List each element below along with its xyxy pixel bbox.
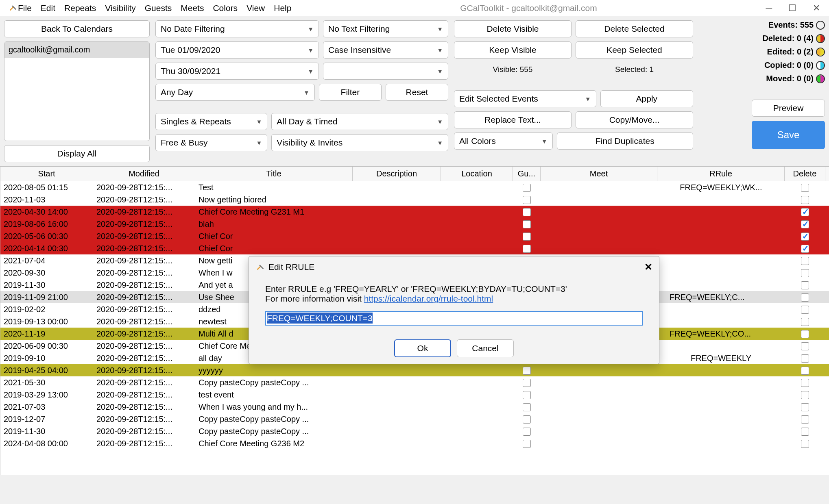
table-row[interactable]: 2020-08-05 01:152020-09-28T12:15:...Test… [0, 181, 829, 193]
cell-delete[interactable] [785, 341, 825, 352]
display-all-button[interactable]: Display All [4, 145, 150, 162]
cell-delete[interactable] [785, 426, 825, 437]
table-row[interactable]: 2020-04-30 14:002020-09-28T12:15:...Chie… [0, 206, 829, 218]
table-row[interactable]: 2020-04-14 00:302020-09-28T12:15:...Chie… [0, 242, 829, 254]
date-filter-select[interactable]: No Date Filtering▼ [155, 20, 319, 37]
keep-selected-button[interactable]: Keep Selected [576, 41, 693, 59]
cell-delete[interactable] [785, 219, 825, 230]
cell-delete[interactable] [785, 353, 825, 364]
text-filter-select[interactable]: No Text Filtering▼ [323, 20, 448, 37]
col-guests[interactable]: Gu... [513, 167, 541, 181]
cell-guests[interactable] [513, 243, 541, 254]
cell-delete[interactable] [785, 194, 825, 205]
preview-button[interactable]: Preview [752, 100, 825, 117]
col-description[interactable]: Description [353, 167, 441, 181]
cell-guests[interactable] [513, 194, 541, 205]
case-select[interactable]: Case Insensitive▼ [323, 41, 448, 59]
table-row[interactable]: 2021-05-302020-09-28T12:15:...Copy paste… [0, 376, 829, 389]
cell-guests[interactable] [513, 402, 541, 413]
cell-guests[interactable] [513, 365, 541, 376]
keep-visible-button[interactable]: Keep Visible [454, 41, 572, 59]
cell-guests[interactable] [513, 219, 541, 230]
cell-delete[interactable] [785, 267, 825, 278]
cell-guests[interactable] [513, 182, 541, 193]
table-row[interactable]: 2019-03-29 13:002020-09-28T12:15:...test… [0, 389, 829, 401]
col-start[interactable]: Start [0, 167, 93, 181]
cell-guests[interactable] [513, 426, 541, 437]
cell-delete[interactable] [785, 243, 825, 254]
text-value-select[interactable]: ▼ [323, 63, 448, 80]
cell-delete[interactable] [785, 255, 825, 266]
cell-delete[interactable] [785, 365, 825, 376]
find-duplicates-button[interactable]: Find Duplicates [557, 133, 693, 150]
calendar-item[interactable]: gcaltoolkit@gmail.com [4, 42, 149, 58]
cell-delete[interactable] [785, 206, 825, 217]
cell-guests[interactable] [513, 377, 541, 388]
delete-selected-button[interactable]: Delete Selected [576, 20, 693, 37]
free-busy-select[interactable]: Free & Busy▼ [155, 134, 267, 151]
back-to-calendars-button[interactable]: Back To Calendars [4, 20, 150, 37]
cell-delete[interactable] [785, 328, 825, 339]
copy-move-button[interactable]: Copy/Move... [576, 111, 693, 128]
cell-delete[interactable] [785, 304, 825, 315]
cell-delete[interactable] [785, 414, 825, 425]
start-date-select[interactable]: Tue 01/09/2020▼ [155, 41, 319, 59]
rrule-help-link[interactable]: https://icalendar.org/rrule-tool.html [364, 294, 493, 303]
filter-button[interactable]: Filter [319, 84, 382, 101]
menu-repeats[interactable]: Repeats [64, 3, 96, 13]
menu-view[interactable]: View [247, 3, 265, 13]
cell-delete[interactable] [785, 402, 825, 413]
cell-guests[interactable] [513, 438, 541, 449]
col-meet[interactable]: Meet [541, 167, 657, 181]
table-row[interactable]: 2021-07-032020-09-28T12:15:...When I was… [0, 401, 829, 413]
reset-button[interactable]: Reset [386, 84, 448, 101]
apply-button[interactable]: Apply [600, 90, 693, 107]
save-button[interactable]: Save [752, 121, 825, 149]
any-day-select[interactable]: Any Day▼ [155, 84, 315, 101]
menu-edit[interactable]: Edit [41, 3, 55, 13]
col-rrule[interactable]: RRule [657, 167, 785, 181]
edit-selected-select[interactable]: Edit Selected Events▼ [454, 90, 596, 107]
rrule-input[interactable]: FREQ=WEEKLY;COUNT=3 [265, 311, 643, 326]
cell-guests[interactable] [513, 231, 541, 242]
visibility-invites-select[interactable]: Visibility & Invites▼ [271, 134, 448, 151]
cell-guests[interactable] [513, 389, 541, 400]
table-row[interactable]: 2020-11-032020-09-28T12:15:...Now gettin… [0, 193, 829, 206]
col-delete[interactable]: Delete [785, 167, 825, 181]
replace-text-button[interactable]: Replace Text... [454, 111, 572, 128]
cell-delete[interactable] [785, 438, 825, 449]
cell-delete[interactable] [785, 182, 825, 193]
dialog-ok-button[interactable]: Ok [394, 339, 451, 357]
menu-meets[interactable]: Meets [181, 3, 204, 13]
all-colors-select[interactable]: All Colors▼ [454, 133, 553, 150]
cell-delete[interactable] [785, 292, 825, 303]
table-row[interactable]: 2020-05-06 00:302020-09-28T12:15:...Chie… [0, 230, 829, 242]
table-row[interactable]: 2019-04-25 04:002020-09-28T12:15:...yyyy… [0, 364, 829, 376]
table-row[interactable]: 2019-11-302020-09-28T12:15:...Copy paste… [0, 425, 829, 437]
cell-delete[interactable] [785, 231, 825, 242]
singles-repeats-select[interactable]: Singles & Repeats▼ [155, 113, 267, 130]
menu-colors[interactable]: Colors [213, 3, 238, 13]
cell-delete[interactable] [785, 280, 825, 291]
col-title[interactable]: Title [195, 167, 353, 181]
col-location[interactable]: Location [441, 167, 513, 181]
cell-delete[interactable] [785, 316, 825, 327]
cell-delete[interactable] [785, 389, 825, 400]
menu-file[interactable]: File [18, 3, 32, 13]
menu-visibility[interactable]: Visibility [105, 3, 135, 13]
cell-delete[interactable] [785, 377, 825, 388]
dialog-cancel-button[interactable]: Cancel [457, 339, 514, 357]
end-date-select[interactable]: Thu 30/09/2021▼ [155, 63, 319, 80]
cell-guests[interactable] [513, 206, 541, 217]
menu-help[interactable]: Help [274, 3, 291, 13]
col-modified[interactable]: Modified [93, 167, 195, 181]
maximize-button[interactable]: ☐ [788, 3, 796, 13]
delete-visible-button[interactable]: Delete Visible [454, 20, 572, 37]
table-row[interactable]: 2024-04-08 00:002020-09-28T12:15:...Chie… [0, 437, 829, 450]
menu-guests[interactable]: Guests [145, 3, 172, 13]
table-row[interactable]: 2019-12-072020-09-28T12:15:...Copy paste… [0, 413, 829, 425]
table-row[interactable]: 2019-08-06 16:002020-09-28T12:15:...blah [0, 218, 829, 230]
cell-guests[interactable] [513, 414, 541, 425]
calendar-list[interactable]: gcaltoolkit@gmail.com [4, 41, 150, 141]
allday-timed-select[interactable]: All Day & Timed▼ [271, 113, 448, 130]
